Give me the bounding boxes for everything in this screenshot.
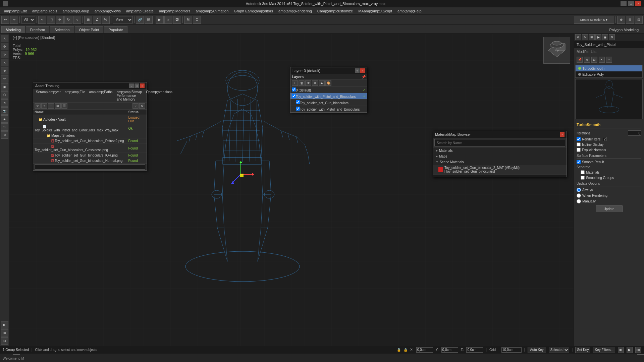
at-minimize-btn[interactable]: – [129, 83, 134, 88]
lt-cameras[interactable]: 📷 [1, 107, 8, 115]
link-btn[interactable]: 🔗 [136, 16, 144, 24]
layer-row[interactable]: Toy_soldier_with_Pistol_and_Binoculars [290, 106, 367, 112]
layer-visible-check[interactable] [292, 87, 296, 92]
layers-close-btn[interactable]: × [360, 68, 365, 73]
layers-new-btn[interactable]: + [292, 80, 298, 86]
select-btn[interactable]: ↖ [38, 16, 46, 24]
at-add-btn[interactable]: + [41, 103, 47, 109]
lt-play[interactable]: ▶ [1, 321, 8, 328]
x-input[interactable] [416, 347, 433, 353]
lt-move[interactable]: ✛ [1, 43, 8, 50]
prev-frame-btn[interactable]: ⏮ [618, 347, 624, 353]
table-row[interactable]: 📁Autodesk Vault Logged Out ... [33, 115, 147, 124]
layers-titlebar[interactable]: Layer: 0 (default) ? × [290, 67, 367, 74]
at-menu-file[interactable]: amp;amp;File [63, 90, 87, 102]
table-row[interactable]: 🖼Toy_soldier_set_Gun_binoculars_Normal.p… [33, 158, 147, 164]
layers-freeze-btn[interactable]: ❄ [312, 80, 318, 86]
lt-scale[interactable]: ⤡ [1, 59, 8, 66]
at-grid-btn[interactable]: ⊞ [55, 103, 61, 109]
menu-modifiers[interactable]: amp;amp;Modifiers [156, 8, 193, 14]
layers-render-btn[interactable]: ▶ [319, 80, 325, 86]
maximize-btn[interactable]: □ [628, 1, 634, 6]
menu-customize[interactable]: Camp;amp;customize [315, 8, 356, 14]
layer-row[interactable]: Toy_soldier_with_Pistol_and_Binoculars ✓ [290, 93, 367, 100]
smoothing-groups-check[interactable] [581, 176, 585, 180]
layer-visible-check[interactable] [292, 94, 296, 98]
rotate-btn[interactable]: ↻ [64, 16, 72, 24]
display-tools-btn[interactable]: ⊕ [617, 16, 625, 24]
remove-modifier-btn[interactable]: ✕ [599, 57, 605, 63]
tab-object-paint[interactable]: Object Paint [75, 26, 104, 33]
at-menu-paths[interactable]: amp;amp;Paths [88, 90, 114, 102]
table-row[interactable]: 📄Toy_Soldier_with_Pistol_and_Binoculars_… [33, 124, 147, 133]
grid-input[interactable] [501, 347, 522, 353]
table-row[interactable]: 🖼Toy_soldier_set_Gun_binoculars_IOR.png … [33, 153, 147, 158]
lt-lights[interactable]: ☀ [1, 99, 8, 107]
at-remove-btn[interactable]: − [48, 103, 54, 109]
tab-selection[interactable]: Selection [50, 26, 74, 33]
menu-animation[interactable]: amp;amp;Animation [193, 8, 231, 14]
layers-delete-btn[interactable]: 🗑 [299, 80, 305, 86]
select-region-btn[interactable]: ⬚ [47, 16, 55, 24]
viewport[interactable]: [+] [Perspective] [Shaded] Total Polys: … [9, 34, 574, 346]
mat-section-scene-materials[interactable]: ▼ Scene Materials Toy_soldier_set_Gun_bi… [433, 159, 567, 174]
selection-filter[interactable]: All [21, 16, 35, 23]
quick-render-btn[interactable]: ▷ [164, 16, 172, 24]
menu-maxscript[interactable]: MAamp;amp;XScript [356, 8, 395, 14]
render-framewnd-btn[interactable]: 🖼 [173, 16, 181, 24]
create-selection-set-btn[interactable]: Create Selection S▼ [574, 16, 614, 24]
render-iters-check[interactable] [577, 137, 581, 141]
rp-display-btn[interactable]: ◉ [602, 34, 608, 40]
lt-geometry[interactable]: ▣ [1, 83, 8, 90]
tab-freeform[interactable]: Freeform [26, 26, 50, 33]
mat-search-input[interactable] [434, 139, 565, 146]
modifier-item-editable-poly[interactable]: Editable Poly [576, 71, 642, 77]
asset-path-input[interactable] [35, 164, 145, 170]
mat-section-header[interactable]: ▶ Maps [433, 154, 567, 159]
next-frame-btn[interactable]: ⏭ [635, 347, 641, 353]
percent-snap-btn[interactable]: % [102, 16, 110, 24]
rp-motion-btn[interactable]: ▶ [595, 34, 601, 40]
at-menu-bitmap[interactable]: amp;amp;Bitmap Performance and Memory [115, 90, 144, 102]
selected-dropdown[interactable]: Selected [549, 347, 569, 353]
asset-tracking-titlebar[interactable]: Asset Tracking – □ × [33, 82, 147, 89]
isoline-check[interactable] [577, 142, 581, 146]
table-row[interactable]: 🖼Toy_soldier_set_Gun_binoculars_Glossine… [33, 144, 147, 153]
pin-stack-btn[interactable]: 📌 [577, 57, 583, 63]
layers-minimize-btn[interactable]: ? [355, 68, 360, 73]
rp-modify-btn[interactable]: ✎ [582, 34, 588, 40]
at-list-btn[interactable]: ☰ [61, 103, 67, 109]
mat-close-btn[interactable]: × [560, 132, 565, 137]
table-row[interactable]: 🖼Toy_soldier_set_Gun_binoculars_Diffuse2… [33, 138, 147, 144]
lt-place[interactable]: ⊕ [1, 67, 8, 74]
set-key-btn[interactable]: Set Key [575, 347, 590, 353]
at-settings-btn[interactable]: ⚙ [139, 103, 145, 109]
layers-hide-btn[interactable]: 👁 [305, 80, 311, 86]
lt-helpers[interactable]: ◈ [1, 115, 8, 123]
lt-rotate[interactable]: ↻ [1, 51, 8, 58]
undo-btn[interactable]: ↩ [1, 16, 9, 24]
render-scene-btn[interactable]: ▶ [156, 16, 164, 24]
lt-systems[interactable]: ⚙ [1, 131, 8, 139]
menu-create[interactable]: amp;amp;Create [123, 8, 156, 14]
unlink-btn[interactable]: ⛓ [145, 16, 153, 24]
material-editor-btn[interactable]: M [184, 16, 192, 24]
rp-hierarchy-btn[interactable]: ⊞ [589, 34, 595, 40]
layer-row[interactable]: Toy_soldier_set_Gun_binoculars [290, 100, 367, 106]
play-btn[interactable]: ▶ [627, 347, 633, 353]
layer-visible-check[interactable] [296, 100, 300, 104]
menu-tools[interactable]: amp;amp;Tools [30, 8, 60, 14]
explicit-normals-check[interactable] [577, 148, 581, 152]
show-end-result-btn[interactable]: ◈ [584, 57, 590, 63]
auto-key-btn[interactable]: Auto Key [528, 347, 546, 353]
mat-item[interactable]: Toy_soldier_set_Gun_binocular_2_MAT (VRa… [433, 165, 567, 174]
scene-manager-btn[interactable]: ⊡ [635, 16, 643, 24]
manually-radio[interactable] [577, 199, 581, 203]
minimize-btn[interactable]: – [621, 1, 627, 6]
scale-btn[interactable]: ⤡ [73, 16, 81, 24]
key-filters-btn[interactable]: Key Filters... [593, 347, 615, 353]
z-input[interactable] [466, 347, 483, 353]
y-input[interactable] [441, 347, 458, 353]
angle-snap-btn[interactable]: ∠ [93, 16, 101, 24]
rp-create-btn[interactable]: ⊕ [575, 34, 581, 40]
